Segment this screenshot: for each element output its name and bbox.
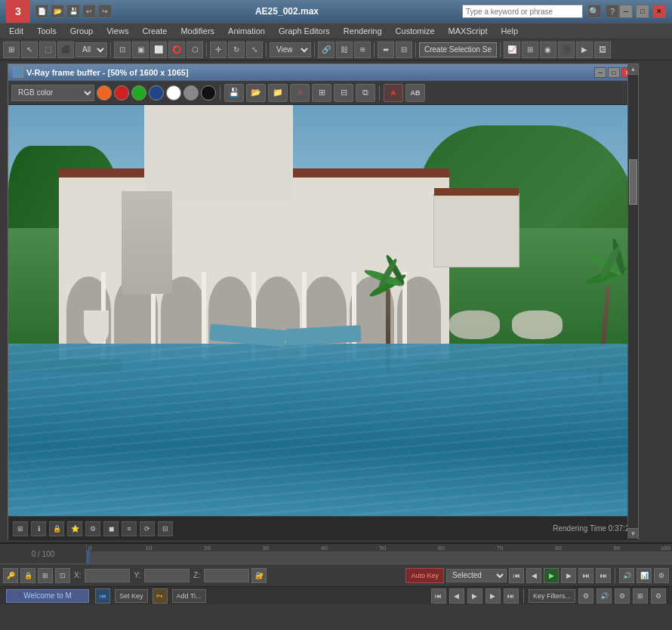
select-object-btn[interactable]: ⊡	[114, 42, 131, 58]
menu-create[interactable]: Create	[136, 23, 173, 39]
create-selection-button[interactable]: Create Selection Se	[419, 42, 497, 57]
vray-copy-btn[interactable]: ⊞	[312, 84, 331, 102]
vray-status-btn7[interactable]: ≡	[122, 521, 137, 536]
schematic-btn[interactable]: ⊞	[522, 42, 538, 58]
select-btn[interactable]: ↖	[21, 42, 38, 58]
lock-xyz-btn[interactable]: 🔐	[251, 568, 267, 583]
rotate-btn[interactable]: ↻	[228, 42, 245, 58]
menu-tools[interactable]: Tools	[31, 23, 63, 39]
menu-views[interactable]: Views	[100, 23, 134, 39]
end-frame-btn[interactable]: ⏭	[596, 568, 611, 583]
curve-editor-btn[interactable]: 📈	[504, 42, 520, 58]
menu-customize[interactable]: Customize	[390, 23, 441, 39]
circle-select-btn[interactable]: ⭕	[168, 42, 185, 58]
x-input[interactable]	[85, 569, 130, 582]
undo-btn[interactable]: ↩	[82, 5, 96, 18]
scale-btn[interactable]: ⤡	[246, 42, 263, 58]
maximize-button[interactable]: □	[636, 5, 649, 18]
autokey-button[interactable]: Auto Key	[405, 568, 444, 583]
render-btn[interactable]: ▶	[576, 42, 593, 58]
menu-animation[interactable]: Animation	[222, 23, 271, 39]
vray-scrollbar[interactable]: ▲ ▼	[627, 64, 638, 539]
playback-btn4[interactable]: ▶	[486, 588, 501, 604]
scrollbar-up-btn[interactable]: ▲	[628, 64, 638, 75]
gray-color-btn[interactable]	[183, 85, 199, 100]
unlink-btn[interactable]: ⛓	[336, 42, 353, 58]
vray-status-btn8[interactable]: ⟳	[140, 521, 155, 536]
menu-edit[interactable]: Edit	[3, 23, 29, 39]
vray-maximize-btn[interactable]: □	[608, 67, 620, 78]
link-btn[interactable]: 🔗	[318, 42, 334, 58]
search-icon[interactable]: 🔍	[587, 5, 601, 18]
green-color-btn[interactable]	[131, 85, 146, 100]
vray-status-btn9[interactable]: ⊟	[158, 521, 173, 536]
vray-status-btn1[interactable]: ⊞	[13, 521, 28, 536]
menu-modifiers[interactable]: Modifiers	[174, 23, 220, 39]
open-btn[interactable]: 📂	[51, 5, 64, 18]
selected-dropdown[interactable]: Selected	[446, 569, 507, 582]
bind-space-warp-btn[interactable]: ≋	[354, 42, 371, 58]
vray-clear-btn[interactable]: ✕	[290, 84, 310, 102]
menu-graph-editors[interactable]: Graph Editors	[273, 23, 336, 39]
align-btn[interactable]: ⊟	[396, 42, 412, 58]
scrollbar-thumb[interactable]	[629, 159, 637, 205]
playback-btn2[interactable]: ◀	[449, 588, 464, 604]
select-region-btn[interactable]: ⬚	[39, 42, 56, 58]
settings-icon2[interactable]: ⚙	[615, 588, 630, 604]
vray-status-btn5[interactable]: ⚙	[85, 521, 100, 536]
fence-select-btn[interactable]: ⬡	[186, 42, 203, 58]
timeline-track[interactable]: 0 10 20 30 40 50 60 70 80 90 100	[87, 544, 672, 564]
sound-btn[interactable]: 🔊	[619, 568, 634, 583]
select-name-btn[interactable]: ▣	[132, 42, 149, 58]
playback-btn1[interactable]: ⏮	[431, 588, 446, 604]
menu-maxscript[interactable]: MAXScript	[442, 23, 494, 39]
vray-save-btn[interactable]: 💾	[224, 84, 244, 102]
white-color-btn[interactable]	[166, 85, 181, 100]
key-icon[interactable]: 🗝	[153, 588, 168, 604]
vray-status-btn6[interactable]: ◼	[103, 521, 119, 536]
vray-open-btn[interactable]: 📂	[246, 84, 266, 102]
filter-dropdown[interactable]: All	[76, 42, 107, 57]
mirror-btn[interactable]: ⬌	[378, 42, 394, 58]
orange-color-btn[interactable]	[97, 85, 112, 100]
y-input[interactable]	[144, 569, 190, 582]
vray-open-prev-btn[interactable]: 📁	[268, 84, 288, 102]
search-input[interactable]	[462, 5, 583, 18]
vray-status-btn2[interactable]: ℹ	[31, 521, 46, 536]
menu-group[interactable]: Group	[64, 23, 100, 39]
playback-btn5[interactable]: ⏭	[504, 588, 519, 604]
set-key-button[interactable]: Set Key	[115, 589, 148, 603]
menu-help[interactable]: Help	[495, 23, 525, 39]
move-btn[interactable]: ✛	[210, 42, 227, 58]
window-crossing-btn[interactable]: ⬛	[57, 42, 74, 58]
help-btn[interactable]: ?	[606, 5, 619, 18]
add-time-button[interactable]: Add Ti...	[172, 589, 206, 603]
key-mode-btn[interactable]: 🔑	[3, 568, 18, 583]
settings-btn[interactable]: ⚙	[654, 568, 669, 583]
vray-clone-btn[interactable]: ⧉	[356, 84, 375, 102]
key-filters-button[interactable]: Key Filters...	[529, 589, 575, 603]
sound-icon2[interactable]: 🔊	[596, 588, 612, 604]
prev-key-btn[interactable]: ◀	[526, 568, 541, 583]
playback-btn3[interactable]: ▶	[467, 588, 482, 604]
scrollbar-down-btn[interactable]: ▼	[628, 528, 638, 539]
vray-paste-btn[interactable]: ⊟	[334, 84, 353, 102]
black-color-btn[interactable]	[201, 85, 216, 100]
next-key-btn[interactable]: ▶	[561, 568, 576, 583]
status-btn1[interactable]: ⏮	[95, 588, 110, 604]
rect-select-btn[interactable]: ⬜	[150, 42, 167, 58]
next-frame-btn[interactable]: ⏭	[578, 568, 593, 583]
color-mode-dropdown[interactable]: RGB color	[11, 85, 94, 101]
redo-btn[interactable]: ↪	[98, 5, 112, 18]
close-button[interactable]: ✕	[652, 5, 666, 18]
active-shade-btn[interactable]: 🖼	[594, 42, 611, 58]
new-btn[interactable]: 📄	[35, 5, 48, 18]
coord-btn[interactable]: ⊞	[38, 568, 53, 583]
extra-btn1[interactable]: ⊞	[633, 588, 648, 604]
render-setup-btn[interactable]: 🎥	[558, 42, 575, 58]
red-color-btn[interactable]	[114, 85, 129, 100]
mini-curve-btn[interactable]: 📊	[637, 568, 652, 583]
vray-status-btn4[interactable]: ⭐	[67, 521, 82, 536]
play-btn[interactable]: ▶	[544, 568, 559, 583]
vray-minimize-btn[interactable]: ─	[594, 67, 606, 78]
